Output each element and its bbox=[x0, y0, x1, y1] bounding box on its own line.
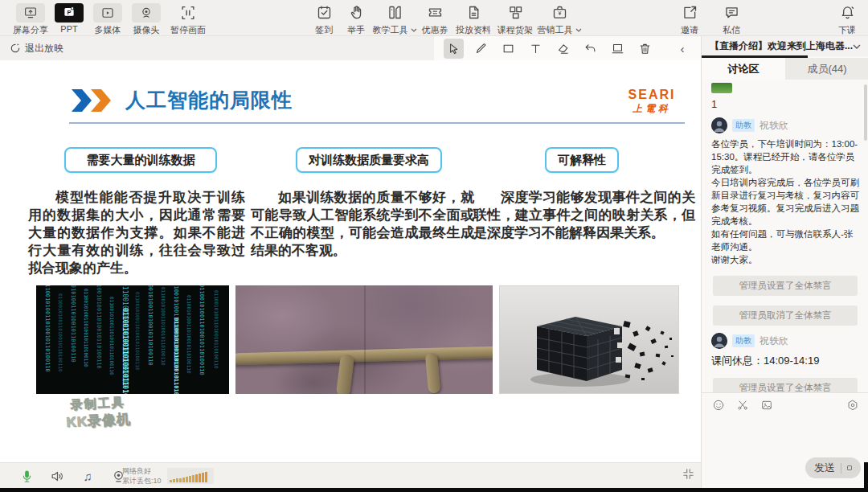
screen-share-button[interactable]: 屏幕分享 bbox=[11, 2, 50, 36]
board-tool[interactable] bbox=[608, 39, 628, 59]
raise-hand-icon bbox=[348, 2, 365, 23]
collapse-toolbar-button[interactable] bbox=[682, 467, 695, 484]
avatar bbox=[711, 117, 727, 133]
pause-screen-icon bbox=[179, 2, 197, 23]
svg-text:011001010011010010110100110: 011001010011010010110100110 bbox=[173, 318, 179, 394]
svg-text:011001010011010010110100110: 011001010011010010110100110 bbox=[147, 285, 154, 366]
teaching-tools-button[interactable]: 教学工具 bbox=[372, 2, 417, 36]
chevron-down-icon bbox=[575, 28, 582, 32]
trash-icon bbox=[638, 42, 652, 55]
sender-name: 祝轶欣 bbox=[760, 119, 788, 133]
music-button[interactable]: ♫ bbox=[79, 467, 96, 485]
marketing-tools-button[interactable]: ¥ 营销工具 bbox=[536, 2, 583, 36]
system-message: 管理员取消了全体禁言 bbox=[713, 305, 858, 326]
end-class-button[interactable]: 下课 bbox=[831, 2, 863, 36]
private-message-button[interactable]: 私信 bbox=[715, 2, 747, 36]
image-rope-texture bbox=[235, 285, 493, 394]
emoji-button[interactable] bbox=[711, 398, 725, 412]
paragraph-training-data: 模型性能能否提升取决于训练用的数据集的大小，因此通常需要大量的数据作为支撑。如果… bbox=[28, 189, 245, 277]
camera-icon bbox=[132, 3, 161, 23]
exit-presentation-button[interactable]: 退出放映 bbox=[10, 36, 63, 60]
tab-members[interactable]: 成员(44) bbox=[785, 58, 868, 80]
course-shelf-button[interactable]: 课程货架 bbox=[494, 2, 536, 36]
assistant-badge: 助教 bbox=[732, 119, 755, 132]
message-text: 各位学员，下午培训时间为：13:00-15:30。课程已经开始，请各位学员完成签… bbox=[711, 137, 859, 266]
raise-hand-button[interactable]: 举手 bbox=[340, 2, 372, 36]
social-buttons-group: 邀请 私信 bbox=[674, 2, 747, 36]
svg-text:011001010011010010110100110: 011001010011010010110100110 bbox=[186, 295, 192, 374]
limitation-box-training-data: 需要大量的训练数据 bbox=[64, 147, 217, 173]
ppt-slide: 人工智能的局限性 SEARI 上電科 需要大量的训练数据 对训练数据质量要求高 … bbox=[0, 60, 701, 462]
system-message: 管理员设置了全体禁言 bbox=[713, 276, 858, 296]
svg-text:011001010011010010110100110: 011001010011010010110100110 bbox=[109, 297, 115, 375]
svg-text:011001010011010010110100110: 011001010011010010110100110 bbox=[135, 292, 141, 371]
assistant-badge: 助教 bbox=[732, 334, 755, 347]
paragraph-explainability: 深度学习能够发现事件之间的关联性，建立事件之间的映射关系，但是深度学习不能解释因… bbox=[473, 189, 695, 242]
limitation-box-explainability: 可解释性 bbox=[545, 147, 619, 173]
rectangle-tool[interactable] bbox=[498, 39, 518, 59]
materials-button[interactable]: 投放资料 bbox=[452, 2, 494, 36]
svg-text:P: P bbox=[67, 8, 71, 15]
marketing-tools-icon: ¥ bbox=[551, 2, 568, 23]
svg-text:011001010011010010110100110: 011001010011010010110100110 bbox=[199, 285, 205, 375]
title-underline bbox=[69, 122, 685, 124]
chat-input-panel: 发送 bbox=[702, 392, 868, 488]
microphone-button[interactable] bbox=[18, 467, 35, 485]
pen-tool[interactable] bbox=[471, 39, 491, 59]
select-tool[interactable] bbox=[444, 39, 464, 59]
check-in-icon bbox=[316, 2, 333, 23]
end-class-icon bbox=[839, 2, 856, 23]
invite-button[interactable]: 邀请 bbox=[674, 2, 706, 36]
partial-sticker-image bbox=[711, 83, 732, 93]
chat-sidebar: 【直播介绍】欢迎来到上海电器... 讨论区 成员(44) 1 助教 祝轶欣 各位… bbox=[701, 36, 868, 488]
camera-button[interactable]: 摄像头 bbox=[127, 2, 166, 36]
live-intro-header[interactable]: 【直播介绍】欢迎来到上海电器... bbox=[702, 36, 868, 56]
image-upload-button[interactable] bbox=[760, 398, 773, 412]
private-message-icon bbox=[723, 2, 740, 23]
check-in-button[interactable]: 签到 bbox=[308, 2, 340, 36]
screenshot-cut-button[interactable] bbox=[735, 398, 749, 412]
tab-discussion[interactable]: 讨论区 bbox=[702, 58, 785, 80]
seari-logo: SEARI 上電科 bbox=[620, 88, 683, 116]
chat-message-short: 1 bbox=[711, 98, 859, 110]
chat-message-list[interactable]: 1 助教 祝轶欣 各位学员，下午培训时间为：13:00-15:30。课程已经开始… bbox=[702, 80, 868, 392]
network-quality-bars bbox=[167, 468, 214, 484]
screen-share-icon bbox=[16, 3, 45, 23]
window-corner-edge bbox=[864, 462, 868, 492]
undo-tool[interactable] bbox=[580, 39, 600, 59]
undo-icon bbox=[583, 42, 597, 55]
eraser-tool[interactable] bbox=[553, 39, 573, 59]
speaker-button[interactable] bbox=[48, 467, 66, 485]
send-divider bbox=[841, 463, 841, 474]
coupon-button[interactable]: 优惠券 bbox=[417, 2, 452, 36]
pause-screen-button[interactable]: 暂停画面 bbox=[166, 2, 211, 36]
whiteboard-icon bbox=[611, 42, 624, 55]
svg-text:011001010011010010110100110: 011001010011010010110100110 bbox=[44, 285, 51, 372]
coupon-icon bbox=[427, 2, 444, 23]
chat-settings-button[interactable] bbox=[845, 398, 859, 412]
prev-page-button[interactable]: ‹ bbox=[674, 42, 691, 55]
course-shelf-icon bbox=[507, 2, 524, 23]
slide-title-row: 人工智能的局限性 bbox=[71, 87, 293, 113]
paragraph-data-quality: 如果训练数据的质量不够好，就可能导致人工智能系统学到不全面或不正确的模型，可能会… bbox=[251, 189, 474, 260]
send-button[interactable]: 发送 bbox=[805, 457, 861, 478]
delete-tool[interactable] bbox=[635, 39, 655, 59]
image-seam bbox=[364, 285, 366, 394]
chat-message: 助教 祝轶欣 课间休息：14:09-14:19 bbox=[711, 333, 859, 368]
chevron-down-icon bbox=[411, 28, 417, 32]
top-toolbar: 屏幕分享 P PPT 多媒体 摄像头 bbox=[0, 0, 868, 36]
text-icon bbox=[529, 42, 542, 55]
avatar bbox=[711, 333, 727, 349]
text-tool[interactable] bbox=[526, 39, 546, 59]
ppt-button[interactable]: P PPT bbox=[50, 2, 88, 34]
svg-text:011001010011010010110100110: 011001010011010010110100110 bbox=[121, 308, 129, 394]
ppt-icon: P bbox=[55, 3, 84, 23]
pen-icon bbox=[474, 42, 488, 55]
chat-scrollbar[interactable] bbox=[864, 84, 867, 141]
svg-text:011001010011010010110100110: 011001010011010010110100110 bbox=[161, 287, 166, 366]
invite-icon bbox=[682, 2, 698, 23]
multimedia-button[interactable]: 多媒体 bbox=[88, 2, 127, 36]
send-options-icon[interactable] bbox=[847, 465, 852, 470]
presentation-toolbar: 退出放映 ‹ › bbox=[0, 36, 701, 60]
end-class-group: 下课 bbox=[831, 2, 863, 36]
